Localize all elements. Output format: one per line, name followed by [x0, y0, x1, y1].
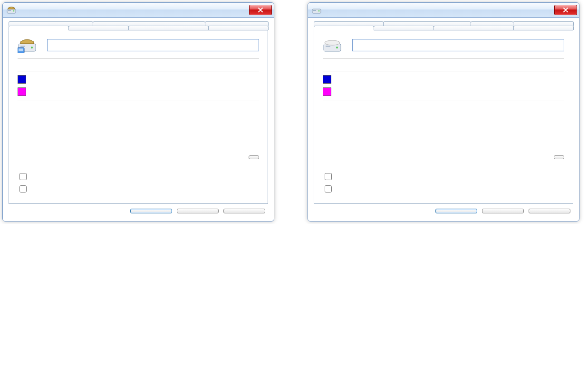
tab-tools[interactable]	[68, 26, 129, 30]
tab-panel-general	[314, 30, 573, 204]
tab-quota[interactable]	[205, 21, 269, 26]
ok-button[interactable]	[130, 209, 172, 213]
index-checkbox-row[interactable]	[18, 184, 259, 194]
disk-cleanup-button[interactable]	[249, 155, 259, 159]
svg-point-10	[318, 10, 320, 12]
usage-pie-chart	[398, 107, 489, 159]
apply-button[interactable]	[223, 209, 265, 213]
drive-big-icon	[18, 37, 37, 53]
properties-dialog-c	[2, 2, 274, 221]
titlebar[interactable]	[308, 3, 579, 18]
dialog-buttons	[314, 204, 573, 215]
apply-button[interactable]	[529, 209, 570, 213]
drive-icon	[7, 6, 16, 14]
tab-general[interactable]	[314, 26, 374, 30]
tab-panel-general	[9, 30, 268, 204]
free-swatch	[323, 87, 331, 96]
used-swatch	[18, 75, 26, 84]
svg-rect-4	[20, 46, 25, 47]
tab-security[interactable]	[9, 21, 93, 26]
svg-point-2	[13, 10, 15, 12]
svg-rect-7	[19, 48, 23, 51]
tab-security[interactable]	[314, 21, 384, 26]
svg-point-5	[31, 47, 33, 48]
compress-checkbox[interactable]	[325, 173, 332, 180]
index-checkbox-row[interactable]	[323, 184, 564, 194]
used-swatch	[323, 75, 331, 84]
tab-sharing[interactable]	[208, 26, 269, 30]
svg-point-14	[325, 40, 340, 45]
tab-sharing[interactable]	[513, 26, 574, 30]
svg-rect-1	[8, 10, 11, 11]
titlebar[interactable]	[3, 3, 274, 18]
drive-name-input[interactable]	[352, 39, 564, 51]
compress-checkbox-row[interactable]	[323, 172, 564, 182]
dialog-buttons	[9, 204, 268, 215]
tab-previous-versions[interactable]	[383, 21, 471, 26]
cancel-button[interactable]	[177, 209, 219, 213]
svg-rect-9	[313, 10, 316, 11]
properties-dialog-d	[308, 2, 579, 221]
close-button[interactable]	[554, 5, 577, 15]
disk-cleanup-button[interactable]	[554, 155, 564, 159]
usage-pie-chart	[93, 107, 183, 159]
drive-name-input[interactable]	[47, 39, 259, 51]
ok-button[interactable]	[435, 209, 477, 213]
svg-rect-12	[326, 46, 330, 47]
tab-hardware[interactable]	[434, 26, 514, 30]
compress-checkbox[interactable]	[19, 173, 27, 180]
drive-big-icon	[323, 37, 342, 53]
tab-tools[interactable]	[374, 26, 434, 30]
svg-point-13	[336, 47, 338, 48]
cancel-button[interactable]	[482, 209, 524, 213]
tab-strip	[314, 21, 573, 30]
tab-hardware[interactable]	[128, 26, 209, 30]
index-checkbox[interactable]	[19, 185, 27, 192]
compress-checkbox-row[interactable]	[18, 172, 259, 182]
tab-previous-versions[interactable]	[93, 21, 205, 26]
tab-general[interactable]	[9, 26, 69, 30]
tab-quota[interactable]	[471, 21, 513, 26]
index-checkbox[interactable]	[325, 185, 332, 192]
tab-strip	[9, 21, 268, 30]
free-swatch	[18, 87, 26, 96]
tab-customize[interactable]	[513, 21, 574, 26]
close-button[interactable]	[249, 5, 272, 15]
drive-icon	[312, 6, 321, 14]
